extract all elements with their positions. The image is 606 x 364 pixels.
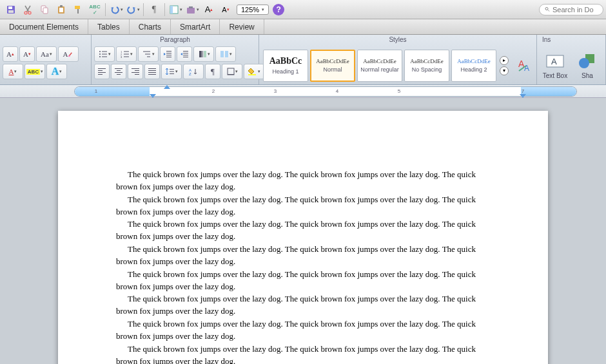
- svg-rect-49: [115, 68, 122, 69]
- multilevel-list-button[interactable]: ▾: [138, 46, 159, 62]
- change-styles-button[interactable]: AA: [516, 58, 534, 73]
- first-line-indent-marker[interactable]: [164, 85, 170, 89]
- svg-text:3: 3: [121, 55, 122, 58]
- justify-button[interactable]: [144, 64, 160, 79]
- style-scroll-icon[interactable]: ▸: [500, 56, 509, 65]
- svg-rect-46: [98, 70, 103, 71]
- spellcheck-icon[interactable]: ABC✓: [88, 3, 102, 17]
- style-tile-heading-2[interactable]: AaBbCcDdEeHeading 2: [451, 50, 496, 82]
- text-highlight-color-button[interactable]: ABC▾: [24, 64, 45, 79]
- ribbon-group-font: A▴ A▾ Aa▾ A A▾ ABC▾ A▾: [0, 35, 92, 84]
- tab-document-elements[interactable]: Document Elements: [0, 19, 88, 34]
- svg-rect-14: [189, 6, 193, 8]
- svg-point-15: [545, 8, 548, 10]
- bullets-button[interactable]: ▾: [94, 46, 115, 62]
- toolbox-icon[interactable]: ▾: [185, 3, 199, 17]
- svg-rect-1: [8, 6, 12, 9]
- page[interactable]: The quick brown fox jumps over the lazy …: [58, 111, 548, 364]
- svg-rect-12: [170, 6, 173, 14]
- decrease-indent-button[interactable]: [160, 46, 175, 62]
- change-case-button[interactable]: Aa▾: [36, 46, 57, 62]
- svg-rect-63: [170, 73, 174, 74]
- search-icon: [545, 6, 550, 13]
- style-expand-icon[interactable]: ▾: [500, 66, 509, 75]
- tab-smartart[interactable]: SmartArt: [171, 19, 220, 34]
- svg-rect-20: [102, 54, 107, 55]
- numbering-button[interactable]: 123▾: [116, 46, 137, 62]
- save-icon[interactable]: [4, 3, 18, 17]
- format-painter-icon[interactable]: [71, 3, 85, 17]
- columns-button[interactable]: ▾: [215, 46, 236, 62]
- svg-rect-2: [8, 10, 14, 13]
- document-area[interactable]: The quick brown fox jumps over the lazy …: [0, 98, 606, 364]
- show-marks-button[interactable]: ¶: [205, 64, 220, 79]
- borders-button[interactable]: ▾: [222, 64, 242, 79]
- search-input[interactable]: [552, 6, 598, 14]
- style-tile-normal[interactable]: AaBbCcDdEeNormal: [310, 50, 355, 82]
- paragraph[interactable]: The quick brown fox jumps over the lazy …: [116, 318, 484, 343]
- svg-rect-34: [166, 55, 171, 55]
- ribbon-tabs: Document Elements Tables Charts SmartArt…: [0, 19, 606, 35]
- svg-text:A: A: [524, 64, 529, 73]
- paragraph[interactable]: The quick brown fox jumps over the lazy …: [116, 218, 484, 243]
- text-effects-button[interactable]: A▾: [46, 64, 67, 79]
- help-icon[interactable]: ?: [273, 4, 284, 15]
- show-formatting-icon[interactable]: ¶: [147, 3, 161, 17]
- text-box-button[interactable]: A Text Box: [540, 52, 571, 79]
- text-direction-button[interactable]: ▾: [193, 46, 214, 62]
- svg-rect-13: [187, 8, 195, 14]
- tab-charts[interactable]: Charts: [130, 19, 171, 34]
- svg-point-3: [24, 12, 27, 14]
- paragraph[interactable]: The quick brown fox jumps over the lazy …: [116, 244, 484, 268]
- separator: [143, 3, 144, 16]
- paragraph[interactable]: The quick brown fox jumps over the lazy …: [116, 194, 484, 218]
- svg-point-74: [579, 58, 589, 68]
- svg-rect-9: [60, 5, 63, 7]
- increase-font-icon[interactable]: A▴: [202, 3, 216, 17]
- shape-button[interactable]: Sha: [572, 52, 603, 79]
- right-indent-marker[interactable]: [520, 94, 526, 98]
- separator: [164, 3, 165, 16]
- paragraph[interactable]: The quick brown fox jumps over the lazy …: [116, 169, 484, 193]
- zoom-control[interactable]: 125%▾: [237, 5, 269, 15]
- clear-formatting-button[interactable]: A: [58, 46, 79, 62]
- grow-font-button[interactable]: A▴: [3, 46, 18, 62]
- redo-icon[interactable]: ▾: [126, 3, 140, 17]
- align-left-button[interactable]: [94, 64, 110, 79]
- increase-indent-button[interactable]: [177, 46, 192, 62]
- tab-review[interactable]: Review: [220, 19, 264, 34]
- align-right-button[interactable]: [128, 64, 143, 79]
- style-tile-no-spacing[interactable]: AaBbCcDdEeNo Spacing: [404, 50, 449, 82]
- sort-button[interactable]: AZ: [183, 64, 204, 79]
- svg-point-17: [99, 51, 101, 52]
- hanging-indent-marker[interactable]: [150, 94, 156, 98]
- paragraph[interactable]: The quick brown fox jumps over the lazy …: [116, 343, 484, 364]
- svg-rect-50: [117, 70, 121, 71]
- cut-icon[interactable]: [21, 3, 35, 17]
- search-box[interactable]: [539, 4, 603, 15]
- svg-rect-68: [248, 74, 256, 75]
- copy-icon[interactable]: [37, 3, 52, 17]
- paste-icon[interactable]: [54, 3, 68, 17]
- undo-icon[interactable]: ▾: [109, 3, 123, 17]
- style-gallery-more[interactable]: ▸ ▾: [498, 50, 511, 82]
- highlight-button[interactable]: A▾: [3, 64, 23, 79]
- svg-rect-30: [145, 54, 150, 55]
- line-spacing-button[interactable]: ▾: [161, 64, 182, 79]
- align-center-button[interactable]: [111, 64, 126, 79]
- ribbon-group-paragraph: Paragraph ▾ 123▾ ▾ ▾ ▾ ▾: [92, 35, 259, 84]
- svg-rect-59: [148, 72, 156, 73]
- svg-rect-55: [132, 72, 139, 73]
- paragraph[interactable]: The quick brown fox jumps over the lazy …: [116, 293, 484, 318]
- shrink-font-button[interactable]: A▾: [19, 46, 35, 62]
- tab-tables[interactable]: Tables: [88, 19, 130, 34]
- style-tile-heading-1[interactable]: AaBbCcHeading 1: [263, 50, 308, 82]
- svg-rect-53: [132, 68, 139, 69]
- paragraph[interactable]: The quick brown fox jumps over the lazy …: [116, 269, 484, 293]
- style-tile-normal-regular[interactable]: AaBbCcDdEeNormal regular: [357, 50, 402, 82]
- decrease-font-icon[interactable]: A▾: [219, 3, 233, 17]
- sidebar-toggle-icon[interactable]: ▾: [168, 3, 182, 17]
- horizontal-ruler[interactable]: 1 2 3 4 5 7: [74, 86, 577, 97]
- ribbon-group-insert: Ins A Text Box Sha: [537, 35, 606, 84]
- svg-rect-43: [220, 51, 224, 57]
